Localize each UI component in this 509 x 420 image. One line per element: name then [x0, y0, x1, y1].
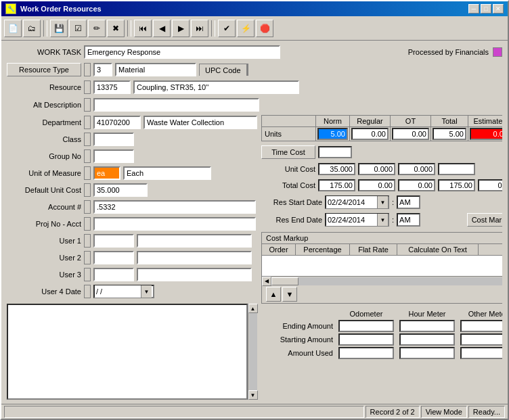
- starting-hour-field[interactable]: [399, 333, 455, 346]
- starting-odo-field[interactable]: [338, 333, 394, 346]
- user1-code-field[interactable]: [93, 234, 134, 248]
- units-total-input[interactable]: [433, 128, 466, 140]
- units-ot-cell: [391, 127, 431, 141]
- res-end-date-field[interactable]: [326, 214, 377, 226]
- user4-date-field[interactable]: [95, 285, 141, 298]
- department-row: Department: [7, 115, 257, 130]
- upc-tab[interactable]: UPC Code: [199, 64, 247, 76]
- units-ot-input[interactable]: [392, 128, 429, 140]
- processed-label: Processed by Financials: [408, 48, 489, 56]
- work-task-row: WORK TASK Processed by Financials: [7, 45, 502, 60]
- new-btn[interactable]: 📄: [4, 20, 22, 37]
- total-cost-estimated[interactable]: [478, 179, 502, 191]
- scroll-up-arrow[interactable]: ▲: [248, 304, 258, 313]
- res-end-dropdown-btn[interactable]: ▼: [377, 214, 388, 226]
- account-label: Account #: [7, 203, 81, 211]
- class-field[interactable]: [93, 133, 134, 146]
- user3-code-field[interactable]: [93, 268, 134, 281]
- units-regular-input[interactable]: [351, 128, 389, 140]
- ending-hour-field[interactable]: [399, 320, 455, 332]
- department-id-field[interactable]: [93, 116, 141, 129]
- total-cost-norm[interactable]: [318, 179, 355, 191]
- amount-used-label: Amount Used: [261, 349, 336, 357]
- delete-btn[interactable]: ✖: [107, 20, 125, 37]
- used-odo-field[interactable]: [338, 347, 394, 359]
- markup-scroll-area[interactable]: [262, 256, 502, 276]
- resource-id-field[interactable]: [93, 80, 131, 94]
- starting-amount-label: Starting Amount: [261, 335, 336, 344]
- unit-cost-ot[interactable]: [398, 163, 435, 175]
- save-btn[interactable]: 💾: [50, 20, 68, 37]
- units-norm-input[interactable]: [317, 128, 348, 140]
- unit-cost-regular[interactable]: [358, 163, 395, 175]
- res-start-time-field[interactable]: [397, 195, 420, 209]
- unit-cost-norm[interactable]: [318, 163, 355, 175]
- department-name-field[interactable]: [143, 116, 257, 129]
- alt-desc-label: Alt Description: [7, 101, 81, 109]
- markup-scroll-thumb[interactable]: [271, 277, 298, 285]
- ending-odo-field[interactable]: [338, 320, 394, 332]
- user1-value-field[interactable]: [137, 234, 252, 248]
- sep2: [127, 20, 131, 37]
- edit-btn[interactable]: ✏: [88, 20, 106, 37]
- minimize-btn[interactable]: ─: [468, 4, 479, 14]
- user3-value-field[interactable]: [137, 268, 252, 281]
- nav-last-btn[interactable]: ⏭: [191, 20, 208, 37]
- res-start-label: Res Start Date: [261, 198, 322, 206]
- used-hour-field[interactable]: [399, 347, 455, 359]
- acct-indicator: [84, 200, 91, 214]
- notes-scrollbar[interactable]: ▲ ▼: [248, 304, 257, 400]
- nav-next-btn[interactable]: ▶: [172, 20, 190, 37]
- resource-type-value-field[interactable]: [115, 63, 196, 76]
- res-end-label: Res End Date: [261, 216, 322, 224]
- uom-name-field[interactable]: [123, 166, 211, 180]
- work-task-field[interactable]: [84, 45, 280, 59]
- nav-prev-btn[interactable]: ◀: [153, 20, 171, 37]
- cost-markup-btn[interactable]: Cost Markup: [467, 213, 502, 227]
- user2-value-field[interactable]: [137, 251, 252, 264]
- user2-code-field[interactable]: [93, 251, 134, 264]
- uom-row: Unit of Measure: [7, 166, 257, 181]
- user4-dropdown-btn[interactable]: ▼: [141, 285, 152, 298]
- move-up-btn[interactable]: ▲: [266, 287, 281, 302]
- maximize-btn[interactable]: □: [481, 4, 491, 14]
- resource-type-button[interactable]: Resource Type: [7, 63, 81, 76]
- close-btn[interactable]: ✕: [493, 4, 504, 14]
- approve-btn[interactable]: ✔: [218, 20, 236, 37]
- work-task-label: WORK TASK: [7, 48, 81, 56]
- time-cost-button[interactable]: Time Cost: [261, 145, 315, 159]
- default-unit-cost-field[interactable]: [93, 183, 148, 197]
- uom-code-field[interactable]: [93, 166, 120, 180]
- resource-name-field[interactable]: [133, 80, 299, 94]
- total-cost-ot[interactable]: [398, 179, 435, 191]
- record-info-panel: Record 2 of 2: [366, 406, 420, 418]
- col-header-estimated: Estimated: [468, 116, 502, 126]
- units-estimated-input[interactable]: [470, 128, 502, 140]
- res-start-date-field[interactable]: [326, 196, 377, 208]
- account-field[interactable]: [93, 200, 256, 214]
- proj-no-field[interactable]: [93, 217, 256, 231]
- scroll-left-arrow[interactable]: ◀: [262, 277, 271, 286]
- move-down-btn[interactable]: ▼: [282, 287, 297, 302]
- nav-first-btn[interactable]: ⏮: [134, 20, 152, 37]
- processed-checkbox[interactable]: [493, 47, 502, 57]
- scroll-down-arrow[interactable]: ▼: [248, 390, 258, 400]
- unit-cost-estimated[interactable]: [438, 163, 475, 175]
- res-end-time-field[interactable]: [397, 213, 420, 227]
- used-other-field[interactable]: [460, 347, 502, 359]
- flash-btn[interactable]: ⚡: [237, 20, 255, 37]
- ready-panel: Ready...: [468, 406, 505, 418]
- notes-textarea[interactable]: [7, 304, 248, 400]
- total-cost-total[interactable]: [438, 179, 475, 191]
- ending-other-field[interactable]: [460, 320, 502, 332]
- resource-type-num-field[interactable]: [93, 63, 112, 76]
- alt-desc-field[interactable]: [93, 98, 259, 112]
- total-cost-regular[interactable]: [358, 179, 395, 191]
- open-btn[interactable]: 🗂: [23, 20, 41, 37]
- starting-other-field[interactable]: [460, 333, 502, 346]
- res-start-dropdown-btn[interactable]: ▼: [377, 196, 388, 208]
- group-no-field[interactable]: [93, 149, 134, 163]
- time-cost-field[interactable]: [318, 146, 352, 158]
- stop-btn[interactable]: 🛑: [256, 20, 273, 37]
- check-btn[interactable]: ☑: [69, 20, 87, 37]
